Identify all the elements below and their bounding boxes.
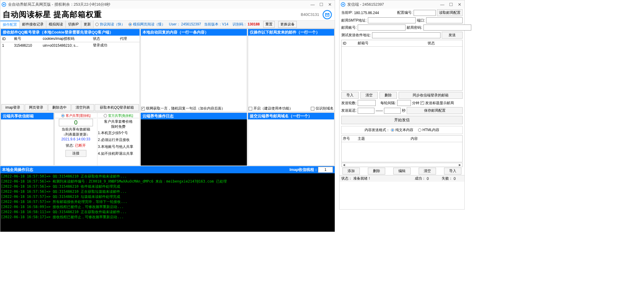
test-input[interactable] bbox=[372, 32, 440, 38]
radio-protocol-read[interactable]: 协议阅读（快） bbox=[95, 22, 125, 27]
edit-button[interactable]: 编辑 bbox=[393, 168, 411, 174]
chk-fetch-quote[interactable]: 联网获取一言，随机回复一句话（加在内容后面） bbox=[141, 106, 225, 111]
thread-count-input[interactable] bbox=[318, 167, 333, 173]
close-icon[interactable]: ✕ bbox=[458, 2, 461, 7]
col-email: 邮箱号 bbox=[357, 40, 426, 47]
radio-plain[interactable]: 纯文本内容 bbox=[391, 128, 413, 133]
read-cfg-button[interactable]: 读取邮局配置 bbox=[437, 9, 463, 16]
fmt-label: 内容发送格式： bbox=[365, 128, 390, 133]
user-value: 2456152397 bbox=[181, 22, 201, 26]
content-scrollbar[interactable]: ◄ ► bbox=[341, 163, 463, 167]
sync-button[interactable]: 同步收信端登录的邮箱 bbox=[399, 92, 463, 99]
round-input[interactable] bbox=[358, 100, 376, 106]
share-rule: 3.本地账号与他人共享 bbox=[98, 144, 139, 149]
fail-value: 0 bbox=[454, 177, 463, 181]
cfg-input[interactable] bbox=[414, 10, 436, 16]
banner-code: B40C3131 bbox=[301, 12, 319, 17]
idcode-label: 识别码： bbox=[232, 22, 247, 26]
chk-enable-filter[interactable]: 开启（建议使用本功能） bbox=[249, 106, 293, 111]
desktop: 全自动养邮局工具网页版 - 授权剩余：253天22小时16分8秒 — ☐ ✕ 自… bbox=[0, 0, 644, 305]
chk-only-domain[interactable]: 仅识别域名 bbox=[311, 106, 334, 111]
delete2-button[interactable]: 删除 bbox=[368, 168, 385, 174]
svg-point-1 bbox=[3, 4, 5, 5]
submit-domain-textarea[interactable] bbox=[248, 119, 334, 166]
smtp-label: 邮局SMTP地址: bbox=[341, 18, 367, 23]
connect-button[interactable]: 连接 bbox=[65, 150, 86, 157]
tab-sim-read[interactable]: 模拟阅读 bbox=[46, 21, 66, 28]
reply-content-textarea[interactable] bbox=[141, 36, 247, 105]
cloud-log-area[interactable] bbox=[141, 119, 247, 166]
tab-config[interactable]: 操作配置 bbox=[0, 21, 20, 28]
thread-label: Imap收信线程： bbox=[290, 167, 318, 172]
share-price-title: 客户共享套餐价格 bbox=[98, 119, 139, 124]
add-button[interactable]: 添加 bbox=[342, 168, 360, 174]
clear-list-button[interactable]: 清空列表 bbox=[71, 104, 94, 111]
send-button[interactable]: 发送 bbox=[442, 32, 463, 39]
pwd-input[interactable] bbox=[423, 25, 471, 31]
sender-app-icon bbox=[341, 2, 345, 7]
content-table: 序号 主题 内容 bbox=[341, 135, 463, 162]
col-account: 账号 bbox=[13, 36, 42, 42]
imap-login-button[interactable]: imap登录 bbox=[1, 104, 24, 111]
only-senders-textarea[interactable] bbox=[248, 36, 334, 105]
tab-update[interactable]: 更新 bbox=[81, 21, 94, 28]
delete-button[interactable]: 删除 bbox=[380, 92, 397, 99]
acc-input[interactable] bbox=[358, 25, 406, 31]
chk-show-title[interactable]: 发送标题显示邮局 bbox=[420, 101, 454, 106]
reset-button[interactable]: 重置 bbox=[263, 21, 275, 28]
scroll-left-icon[interactable]: ◄ bbox=[342, 163, 346, 167]
idcode-value: 130188 bbox=[248, 22, 260, 26]
scroll-right-icon[interactable]: ► bbox=[458, 163, 462, 167]
share-count-label: 当前共享有效邮箱 bbox=[55, 127, 97, 132]
panel-cloud-log-header: 云端养号操作日志 bbox=[141, 113, 247, 119]
status-value: 准备就绪！ bbox=[353, 176, 414, 181]
local-log-area[interactable]: [2022-06-18 16:57:50]=> QQ:315486210 正在获… bbox=[0, 173, 335, 232]
acc-label: 邮局账号: bbox=[341, 25, 357, 30]
fail-label: 失败： bbox=[442, 176, 452, 181]
sender-window: 发信端 - 2456152397 — ☐ ✕ 当前IP: 180.175.86.… bbox=[339, 0, 465, 210]
col-content: 内容 bbox=[409, 136, 462, 142]
start-send-button[interactable]: 开始发信 bbox=[341, 116, 463, 124]
tab-bar: 操作配置 邮件接收记录 模拟阅读 切换IP 更新 协议阅读（快） 模拟网页阅读（… bbox=[0, 21, 335, 28]
col-id: ID bbox=[1, 36, 13, 42]
table-row[interactable]: 1 315486210 uin=o0315486210; s... 登录成功 bbox=[1, 42, 140, 49]
change-device-button[interactable]: 更换设备 bbox=[278, 21, 297, 28]
clear-button[interactable]: 清空 bbox=[360, 92, 378, 99]
interval-input[interactable] bbox=[397, 100, 411, 106]
smtp-input[interactable] bbox=[368, 17, 416, 23]
tab-switch-ip[interactable]: 切换IP bbox=[66, 21, 81, 28]
save-cfg-button[interactable]: 保存邮局配置 bbox=[407, 107, 463, 114]
port-input[interactable] bbox=[426, 17, 463, 23]
version-label: 当前版本：V14 bbox=[204, 22, 228, 26]
import-button[interactable]: 导入 bbox=[341, 92, 359, 99]
delay-min-input[interactable] bbox=[358, 108, 374, 114]
radio-official-share[interactable]: 官方共享[免挂机] bbox=[98, 113, 139, 118]
banner-title: 自动阅读标星 提高邮箱权重 bbox=[3, 9, 102, 20]
minimize-icon[interactable]: — bbox=[440, 2, 444, 7]
share-price-sub: 限时免费 bbox=[98, 124, 139, 129]
panel-auto-reply: 本地自动回复的内容（一行一条内容） 联网获取一言，随机回复一句话（加在内容后面） bbox=[140, 29, 247, 112]
get-local-qq-button[interactable]: 获取本机QQ登录邮箱 bbox=[95, 104, 139, 111]
maximize-icon[interactable]: ☐ bbox=[319, 2, 323, 7]
maximize-icon[interactable]: ☐ bbox=[449, 2, 453, 7]
minimize-icon[interactable]: — bbox=[310, 2, 315, 7]
delay-unit: 秒 bbox=[402, 108, 406, 113]
close-icon[interactable]: ✕ bbox=[328, 2, 332, 7]
radio-html[interactable]: HTML内容 bbox=[418, 128, 440, 133]
app-icon bbox=[1, 2, 6, 7]
share-status: 已断开 bbox=[75, 143, 86, 148]
web-login-button[interactable]: 网页登录 bbox=[25, 104, 48, 111]
pwd-label: 邮局密码: bbox=[407, 25, 422, 30]
col-subject: 主题 bbox=[357, 136, 409, 142]
clear3-button[interactable]: 清空 bbox=[419, 168, 436, 174]
tab-receive-log[interactable]: 邮件接收记录 bbox=[20, 21, 46, 28]
main-title: 全自动养邮局工具网页版 - 授权剩余：253天22小时16分8秒 bbox=[8, 2, 310, 7]
main-window: 全自动养邮局工具网页版 - 授权剩余：253天22小时16分8秒 — ☐ ✕ 自… bbox=[0, 0, 335, 232]
recv-button-row: imap登录 网页登录 删除选中 清空列表 获取本机QQ登录邮箱 bbox=[1, 104, 140, 112]
import2-button[interactable]: 导入 bbox=[444, 168, 461, 174]
radio-web-read[interactable]: 模拟网页阅读（慢） bbox=[129, 22, 165, 27]
delete-selected-button[interactable]: 删除选中 bbox=[48, 104, 71, 111]
radio-customer-share[interactable]: 客户共享[需挂机] bbox=[55, 113, 97, 118]
interval-label: 每轮间隔: bbox=[380, 101, 396, 106]
delay-max-input[interactable] bbox=[384, 108, 401, 114]
